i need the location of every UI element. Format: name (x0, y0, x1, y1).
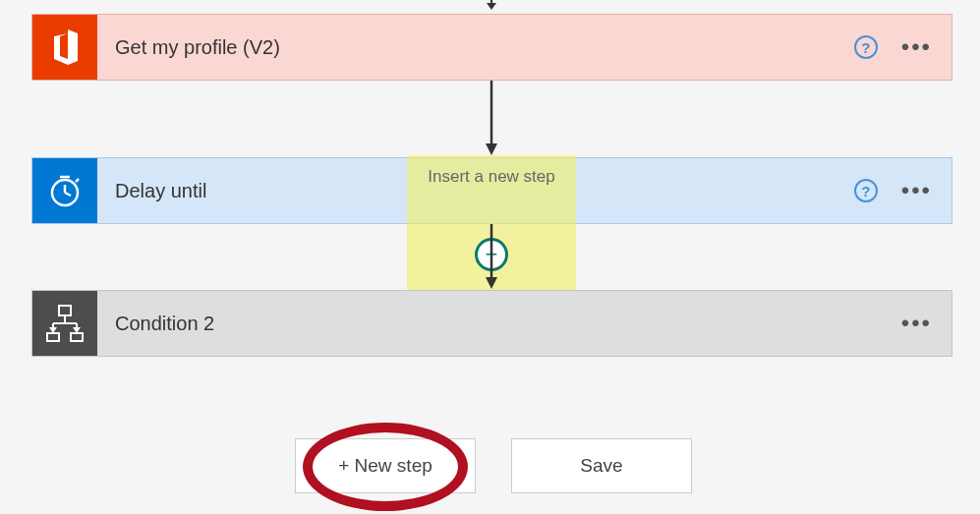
step-label: Condition 2 (97, 313, 901, 335)
svg-marker-10 (486, 277, 497, 289)
svg-rect-11 (59, 306, 71, 315)
svg-line-8 (76, 179, 79, 182)
connector-arrow (485, 81, 498, 157)
connector-arrow (485, 224, 498, 291)
office-icon (32, 15, 97, 80)
more-icon[interactable]: ••• (901, 35, 932, 59)
svg-marker-3 (486, 143, 497, 155)
flow-step-get-profile[interactable]: Get my profile (V2) ? ••• (31, 14, 952, 81)
svg-line-6 (65, 193, 71, 196)
help-icon[interactable]: ? (854, 179, 878, 202)
more-icon[interactable]: ••• (901, 312, 932, 335)
svg-marker-1 (487, 3, 496, 10)
arrow-in (485, 0, 498, 12)
svg-rect-18 (47, 333, 59, 341)
new-step-button[interactable]: + New step (295, 438, 476, 493)
condition-icon (32, 291, 97, 356)
timer-icon (32, 158, 97, 223)
insert-step-label: Insert a new step (428, 167, 554, 187)
save-button[interactable]: Save (511, 438, 692, 493)
help-icon[interactable]: ? (854, 35, 878, 59)
more-icon[interactable]: ••• (901, 179, 932, 202)
step-label: Get my profile (V2) (97, 36, 854, 59)
svg-rect-19 (71, 333, 83, 341)
flow-step-condition[interactable]: Condition 2 ••• (31, 290, 952, 357)
